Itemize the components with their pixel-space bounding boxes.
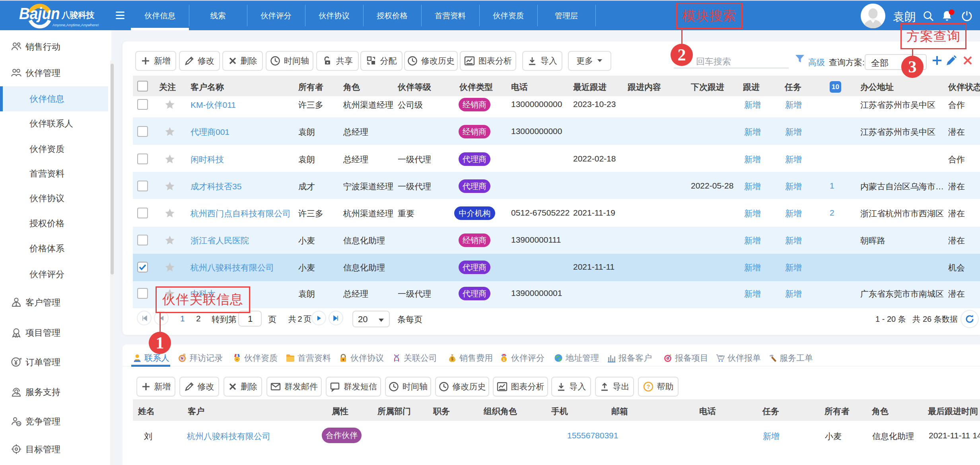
svg-text:1: 1	[503, 358, 505, 362]
svg-text:$: $	[451, 357, 453, 361]
svg-text:VS: VS	[17, 422, 21, 425]
svg-text:?: ?	[646, 383, 650, 390]
